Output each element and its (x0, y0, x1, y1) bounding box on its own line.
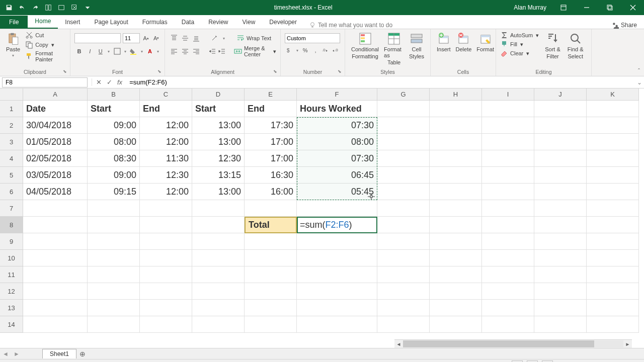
align-left-button[interactable] (169, 46, 179, 56)
row-header-8[interactable]: 8 (0, 217, 23, 233)
cell-G11[interactable] (377, 266, 430, 283)
row-header-4[interactable]: 4 (0, 150, 23, 167)
delete-cells-button[interactable]: Delete (454, 31, 474, 75)
col-header-C[interactable]: C (140, 88, 192, 101)
cell-K8[interactable] (587, 217, 639, 233)
cell-H5[interactable] (430, 167, 482, 184)
cell-J10[interactable] (534, 250, 587, 266)
cell-J1[interactable] (534, 101, 587, 117)
alignment-dialog-launcher[interactable]: ⬊ (273, 69, 279, 75)
cell-I10[interactable] (482, 250, 534, 266)
cell-K11[interactable] (587, 266, 639, 283)
decrease-decimal-button[interactable]: .0 (332, 45, 341, 55)
enter-formula-button[interactable]: ✓ (107, 78, 112, 86)
decrease-indent-button[interactable] (208, 46, 216, 56)
cell-D4[interactable]: 12:30 (192, 150, 245, 167)
cell-J7[interactable] (534, 200, 587, 217)
cell-D3[interactable]: 13:00 (192, 134, 245, 150)
row-header-2[interactable]: 2 (0, 117, 23, 134)
cell-edit-content[interactable]: =sum(F2:F6) (297, 217, 377, 233)
cell-E8[interactable]: Total (245, 217, 297, 233)
copy-button[interactable]: Copy▾ (25, 41, 66, 49)
cell-I4[interactable] (482, 150, 534, 167)
number-dialog-launcher[interactable]: ⬊ (338, 69, 344, 75)
cell-C12[interactable] (140, 283, 192, 300)
cell-K10[interactable] (587, 250, 639, 266)
find-select-button[interactable]: Find &Select (566, 31, 586, 75)
orientation-button[interactable] (209, 33, 219, 43)
cell-G14[interactable] (377, 316, 430, 333)
cell-D6[interactable]: 13:00 (192, 184, 245, 200)
cell-E1[interactable]: End (245, 101, 297, 117)
fx-button[interactable]: fx (117, 78, 122, 86)
cell-F9[interactable] (297, 233, 377, 250)
tab-page-layout[interactable]: Page Layout (87, 16, 135, 29)
col-header-B[interactable]: B (88, 88, 140, 101)
cell-H2[interactable] (430, 117, 482, 134)
save-button[interactable] (4, 3, 14, 13)
tab-insert[interactable]: Insert (58, 16, 87, 29)
cell-E9[interactable] (245, 233, 297, 250)
cell-F11[interactable] (297, 266, 377, 283)
cell-K3[interactable] (587, 134, 639, 150)
cell-H14[interactable] (430, 316, 482, 333)
page-break-view-button[interactable] (542, 360, 553, 363)
sheet-tab-1[interactable]: Sheet1 (42, 349, 76, 358)
cell-H8[interactable] (430, 217, 482, 233)
cell-I6[interactable] (482, 184, 534, 200)
align-top-button[interactable] (169, 33, 179, 43)
insert-cells-button[interactable]: Insert (435, 31, 453, 75)
col-header-G[interactable]: G (377, 88, 430, 101)
font-name-select[interactable] (74, 33, 121, 43)
cell-E4[interactable]: 17:00 (245, 150, 297, 167)
accounting-format-button[interactable]: $ (285, 45, 294, 55)
formula-bar-input[interactable] (126, 77, 635, 87)
tab-review[interactable]: Review (201, 16, 235, 29)
cell-H4[interactable] (430, 150, 482, 167)
minimize-button[interactable] (576, 0, 598, 15)
cell-G5[interactable] (377, 167, 430, 184)
h-scrollbar[interactable] (403, 340, 623, 347)
cell-H11[interactable] (430, 266, 482, 283)
cell-F6[interactable]: 05:45 (297, 184, 377, 200)
tab-view[interactable]: View (235, 16, 263, 29)
cell-E11[interactable] (245, 266, 297, 283)
font-color-button[interactable]: A (145, 46, 154, 56)
row-header-10[interactable]: 10 (0, 250, 23, 266)
cell-A13[interactable] (23, 300, 88, 316)
cell-E2[interactable]: 17:30 (245, 117, 297, 134)
cell-J11[interactable] (534, 266, 587, 283)
cancel-formula-button[interactable]: ✕ (96, 78, 102, 86)
cell-D7[interactable] (192, 200, 245, 217)
autosum-button[interactable]: AutoSum▾ (500, 31, 540, 39)
cell-G8[interactable] (377, 217, 430, 233)
cell-H1[interactable] (430, 101, 482, 117)
cell-A11[interactable] (23, 266, 88, 283)
scroll-right-button[interactable]: ► (623, 340, 632, 348)
cell-C5[interactable]: 12:30 (140, 167, 192, 184)
cell-G4[interactable] (377, 150, 430, 167)
cell-A1[interactable]: Date (23, 101, 88, 117)
row-header-7[interactable]: 7 (0, 200, 23, 217)
cell-A3[interactable]: 01/05/2018 (23, 134, 88, 150)
tab-formulas[interactable]: Formulas (135, 16, 175, 29)
row-header-12[interactable]: 12 (0, 283, 23, 300)
cell-F5[interactable]: 06:45 (297, 167, 377, 184)
cell-E13[interactable] (245, 300, 297, 316)
cell-K6[interactable] (587, 184, 639, 200)
cell-J5[interactable] (534, 167, 587, 184)
cell-I8[interactable] (482, 217, 534, 233)
cell-F4[interactable]: 07:30 (297, 150, 377, 167)
cell-J3[interactable] (534, 134, 587, 150)
qat-5[interactable] (56, 3, 66, 13)
cell-B6[interactable]: 09:15 (88, 184, 140, 200)
cell-styles-button[interactable]: CellStyles (407, 31, 426, 75)
col-header-A[interactable]: A (23, 88, 88, 101)
cell-A14[interactable] (23, 316, 88, 333)
cell-F3[interactable]: 08:00 (297, 134, 377, 150)
fill-button[interactable]: Fill▾ (500, 40, 540, 48)
cell-D5[interactable]: 13:15 (192, 167, 245, 184)
cell-D13[interactable] (192, 300, 245, 316)
cell-A8[interactable] (23, 217, 88, 233)
redo-button[interactable] (30, 3, 40, 13)
